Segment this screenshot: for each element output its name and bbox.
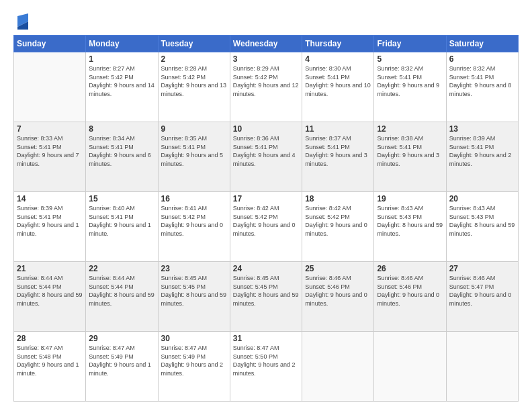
day-number: 21 (17, 264, 83, 273)
calendar-day-cell: 5Sunrise: 8:32 AMSunset: 5:41 PMDaylight… (374, 52, 446, 122)
day-detail: Sunrise: 8:32 AMSunset: 5:41 PMDaylight:… (377, 64, 443, 98)
day-detail: Sunrise: 8:47 AMSunset: 5:48 PMDaylight:… (17, 344, 83, 377)
calendar-day-cell: 7Sunrise: 8:33 AMSunset: 5:41 PMDaylight… (14, 122, 86, 192)
day-header-saturday: Saturday (446, 36, 518, 52)
logo-icon (15, 12, 31, 31)
day-header-tuesday: Tuesday (158, 36, 230, 52)
day-detail: Sunrise: 8:30 AMSunset: 5:41 PMDaylight:… (305, 64, 371, 98)
calendar-day-cell: 11Sunrise: 8:37 AMSunset: 5:41 PMDayligh… (302, 122, 374, 192)
day-number: 28 (17, 334, 83, 343)
day-detail: Sunrise: 8:29 AMSunset: 5:42 PMDaylight:… (233, 64, 299, 98)
day-number: 5 (377, 54, 443, 64)
day-header-monday: Monday (86, 36, 158, 52)
day-number: 12 (377, 124, 443, 134)
day-number: 24 (233, 264, 299, 273)
calendar-header-row: SundayMondayTuesdayWednesdayThursdayFrid… (14, 36, 519, 52)
day-number: 6 (449, 54, 515, 64)
calendar-day-cell: 18Sunrise: 8:42 AMSunset: 5:42 PMDayligh… (302, 192, 374, 262)
day-detail: Sunrise: 8:40 AMSunset: 5:41 PMDaylight:… (89, 204, 154, 238)
calendar-day-cell: 31Sunrise: 8:47 AMSunset: 5:50 PMDayligh… (230, 332, 302, 402)
day-number: 14 (17, 194, 83, 203)
day-detail: Sunrise: 8:47 AMSunset: 5:50 PMDaylight:… (233, 344, 299, 377)
day-detail: Sunrise: 8:38 AMSunset: 5:41 PMDaylight:… (377, 134, 443, 168)
calendar-day-cell: 21Sunrise: 8:44 AMSunset: 5:44 PMDayligh… (14, 262, 86, 332)
calendar-day-cell: 4Sunrise: 8:30 AMSunset: 5:41 PMDaylight… (302, 52, 374, 122)
day-detail: Sunrise: 8:47 AMSunset: 5:49 PMDaylight:… (89, 344, 154, 377)
calendar-day-cell: 14Sunrise: 8:39 AMSunset: 5:41 PMDayligh… (14, 192, 86, 262)
day-detail: Sunrise: 8:46 AMSunset: 5:46 PMDaylight:… (377, 274, 443, 308)
calendar-week-row: 21Sunrise: 8:44 AMSunset: 5:44 PMDayligh… (14, 262, 519, 332)
day-number: 11 (305, 124, 371, 134)
calendar-day-cell: 16Sunrise: 8:41 AMSunset: 5:42 PMDayligh… (158, 192, 230, 262)
calendar-day-cell: 30Sunrise: 8:47 AMSunset: 5:49 PMDayligh… (158, 332, 230, 402)
calendar-day-cell: 29Sunrise: 8:47 AMSunset: 5:49 PMDayligh… (86, 332, 158, 402)
calendar-day-cell: 10Sunrise: 8:36 AMSunset: 5:41 PMDayligh… (230, 122, 302, 192)
calendar-day-cell: 15Sunrise: 8:40 AMSunset: 5:41 PMDayligh… (86, 192, 158, 262)
calendar-day-cell: 20Sunrise: 8:43 AMSunset: 5:43 PMDayligh… (446, 192, 518, 262)
day-number: 1 (89, 54, 154, 64)
day-header-thursday: Thursday (302, 36, 374, 52)
day-number: 18 (305, 194, 371, 203)
day-number: 30 (161, 334, 227, 343)
calendar-week-row: 7Sunrise: 8:33 AMSunset: 5:41 PMDaylight… (14, 122, 519, 192)
day-number: 9 (161, 124, 227, 134)
day-number: 26 (377, 264, 443, 273)
day-number: 19 (377, 194, 443, 203)
day-detail: Sunrise: 8:42 AMSunset: 5:42 PMDaylight:… (233, 204, 299, 238)
day-number: 16 (161, 194, 227, 203)
day-number: 22 (89, 264, 154, 273)
calendar-day-cell: 12Sunrise: 8:38 AMSunset: 5:41 PMDayligh… (374, 122, 446, 192)
calendar-day-cell (374, 332, 446, 402)
day-detail: Sunrise: 8:36 AMSunset: 5:41 PMDaylight:… (233, 134, 299, 168)
day-detail: Sunrise: 8:47 AMSunset: 5:49 PMDaylight:… (161, 344, 227, 377)
calendar-table: SundayMondayTuesdayWednesdayThursdayFrid… (13, 35, 519, 402)
day-number: 17 (233, 194, 299, 203)
calendar-day-cell: 13Sunrise: 8:39 AMSunset: 5:41 PMDayligh… (446, 122, 518, 192)
day-number: 7 (17, 124, 83, 134)
calendar-day-cell: 17Sunrise: 8:42 AMSunset: 5:42 PMDayligh… (230, 192, 302, 262)
calendar-day-cell: 27Sunrise: 8:46 AMSunset: 5:47 PMDayligh… (446, 262, 518, 332)
day-number: 29 (89, 334, 154, 343)
day-detail: Sunrise: 8:45 AMSunset: 5:45 PMDaylight:… (233, 274, 299, 308)
day-detail: Sunrise: 8:28 AMSunset: 5:42 PMDaylight:… (161, 64, 227, 98)
day-header-friday: Friday (374, 36, 446, 52)
day-detail: Sunrise: 8:41 AMSunset: 5:42 PMDaylight:… (161, 204, 227, 238)
header (13, 12, 519, 31)
day-detail: Sunrise: 8:37 AMSunset: 5:41 PMDaylight:… (305, 134, 371, 168)
day-number: 2 (161, 54, 227, 64)
calendar-day-cell: 1Sunrise: 8:27 AMSunset: 5:42 PMDaylight… (86, 52, 158, 122)
calendar-day-cell (446, 332, 518, 402)
day-detail: Sunrise: 8:33 AMSunset: 5:41 PMDaylight:… (17, 134, 83, 168)
calendar-day-cell (302, 332, 374, 402)
day-number: 25 (305, 264, 371, 273)
day-number: 31 (233, 334, 299, 343)
day-number: 4 (305, 54, 371, 64)
calendar-week-row: 1Sunrise: 8:27 AMSunset: 5:42 PMDaylight… (14, 52, 519, 122)
day-number: 3 (233, 54, 299, 64)
calendar-day-cell: 6Sunrise: 8:32 AMSunset: 5:41 PMDaylight… (446, 52, 518, 122)
day-number: 23 (161, 264, 227, 273)
day-detail: Sunrise: 8:35 AMSunset: 5:41 PMDaylight:… (161, 134, 227, 168)
calendar-day-cell: 9Sunrise: 8:35 AMSunset: 5:41 PMDaylight… (158, 122, 230, 192)
day-detail: Sunrise: 8:44 AMSunset: 5:44 PMDaylight:… (17, 274, 83, 308)
calendar-day-cell: 22Sunrise: 8:44 AMSunset: 5:44 PMDayligh… (86, 262, 158, 332)
calendar-day-cell: 23Sunrise: 8:45 AMSunset: 5:45 PMDayligh… (158, 262, 230, 332)
day-number: 8 (89, 124, 154, 134)
day-header-wednesday: Wednesday (230, 36, 302, 52)
day-detail: Sunrise: 8:46 AMSunset: 5:46 PMDaylight:… (305, 274, 371, 308)
day-detail: Sunrise: 8:39 AMSunset: 5:41 PMDaylight:… (449, 134, 515, 168)
day-number: 10 (233, 124, 299, 134)
day-number: 20 (449, 194, 515, 203)
day-detail: Sunrise: 8:32 AMSunset: 5:41 PMDaylight:… (449, 64, 515, 98)
day-detail: Sunrise: 8:27 AMSunset: 5:42 PMDaylight:… (89, 64, 154, 98)
day-detail: Sunrise: 8:45 AMSunset: 5:45 PMDaylight:… (161, 274, 227, 308)
day-detail: Sunrise: 8:44 AMSunset: 5:44 PMDaylight:… (89, 274, 154, 308)
calendar-day-cell: 24Sunrise: 8:45 AMSunset: 5:45 PMDayligh… (230, 262, 302, 332)
day-detail: Sunrise: 8:34 AMSunset: 5:41 PMDaylight:… (89, 134, 154, 168)
calendar-week-row: 14Sunrise: 8:39 AMSunset: 5:41 PMDayligh… (14, 192, 519, 262)
calendar-day-cell: 28Sunrise: 8:47 AMSunset: 5:48 PMDayligh… (14, 332, 86, 402)
day-detail: Sunrise: 8:43 AMSunset: 5:43 PMDaylight:… (377, 204, 443, 238)
calendar-week-row: 28Sunrise: 8:47 AMSunset: 5:48 PMDayligh… (14, 332, 519, 402)
day-detail: Sunrise: 8:46 AMSunset: 5:47 PMDaylight:… (449, 274, 515, 308)
day-number: 13 (449, 124, 515, 134)
